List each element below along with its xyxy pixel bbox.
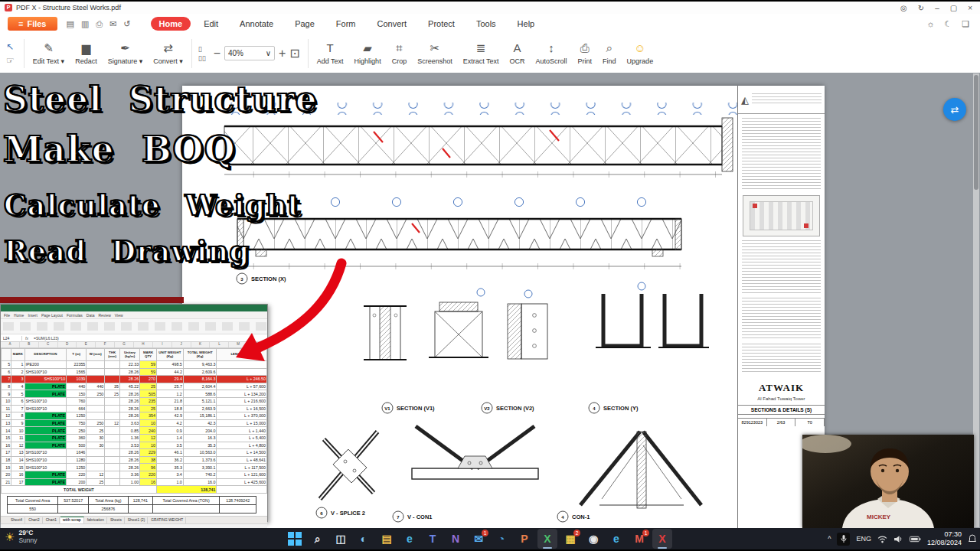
zoom-level-select[interactable]: 40% ∨ — [224, 46, 275, 60]
wifi-icon[interactable] — [877, 535, 887, 543]
tool-upgrade[interactable]: ☺Upgrade — [622, 40, 659, 67]
mail-icon[interactable]: ✉ — [109, 19, 116, 29]
night-mode-icon[interactable]: ☾ — [944, 19, 952, 29]
volume-icon[interactable] — [893, 535, 903, 543]
tab-help[interactable]: Help — [509, 17, 544, 31]
excel-tab-home[interactable]: Home — [14, 313, 24, 318]
excel-tab-file[interactable]: File — [4, 313, 10, 318]
open-file-icon[interactable]: ▤ — [67, 19, 74, 29]
excel-tab-review[interactable]: Review — [98, 313, 110, 318]
zoom-in-button[interactable]: + — [279, 47, 286, 60]
tool-edit-text[interactable]: ✎Edit Text ▾ — [28, 40, 70, 67]
sheet-tab-sheet4[interactable]: Sheet4 — [8, 517, 25, 523]
sheet-tab-fabrication[interactable]: fabrication — [85, 517, 107, 523]
sheet-tab-chart1[interactable]: Chart1 — [44, 517, 60, 523]
tab-page[interactable]: Page — [286, 17, 323, 31]
taskbar-app-teams[interactable]: T — [423, 529, 443, 549]
weather-widget[interactable]: ☀ 29°C Sunny — [5, 530, 38, 545]
bulb-icon[interactable]: ☼ — [926, 19, 934, 29]
tool-autoscroll[interactable]: ↕AutoScroll — [531, 40, 573, 67]
taskbar-app-search[interactable]: ⌕ — [308, 529, 328, 549]
clock[interactable]: 07:30 12/08/2024 — [927, 530, 962, 548]
tab-protect[interactable]: Protect — [420, 17, 463, 31]
taskbar-app-app-red-x[interactable]: X — [652, 529, 672, 549]
mic-indicator[interactable] — [837, 533, 850, 546]
taskbar-app-power-bi[interactable]: ▦2 — [560, 529, 580, 549]
tool-redact[interactable]: ▆Redact — [70, 40, 103, 67]
hand-tool-icon[interactable]: ☞ — [6, 55, 15, 66]
taskbar-app-edge-2[interactable]: e — [606, 529, 626, 549]
sheet-tab-sheet1-2-[interactable]: Sheet1 (2) — [126, 517, 148, 523]
capture-icon[interactable]: ◎ — [900, 4, 907, 12]
cell: 14 — [2, 427, 11, 435]
cell — [105, 434, 120, 442]
language-switcher[interactable]: ENG — [856, 535, 871, 543]
taskbar-app-file-explorer[interactable]: ▤ — [377, 529, 397, 549]
grid-bubble — [477, 289, 485, 296]
cell: L + 16,500 — [217, 405, 267, 412]
tool-ocr[interactable]: AOCR — [505, 40, 531, 67]
cell: 11 — [11, 434, 24, 442]
minimize-button[interactable]: – — [935, 4, 939, 12]
tab-annotate[interactable]: Annotate — [231, 17, 282, 31]
tab-tools[interactable]: Tools — [468, 17, 505, 31]
excel-tab-view[interactable]: View — [115, 313, 123, 318]
excel-tab-insert[interactable]: Insert — [28, 313, 38, 318]
taskbar-app-powerpoint[interactable]: P — [514, 529, 534, 549]
tool-crop[interactable]: ⌗Crop — [387, 40, 413, 67]
excel-tab-formulas[interactable]: Formulas — [67, 313, 83, 318]
tool-find[interactable]: ⌕Find — [597, 40, 622, 67]
sheet-tab-sheets[interactable]: Sheets — [108, 517, 125, 523]
tab-edit[interactable]: Edit — [195, 17, 227, 31]
tool-signature[interactable]: ✒Signature ▾ — [103, 40, 149, 67]
taskbar-app-chrome[interactable]: ◉ — [583, 529, 603, 549]
undo-icon[interactable]: ↺ — [123, 19, 130, 29]
maximize-button[interactable]: ▢ — [950, 4, 957, 12]
taskbar-app-copilot[interactable]: ◐ — [354, 529, 374, 549]
zoom-out-button[interactable]: − — [214, 47, 220, 60]
hidden-icons-chevron[interactable]: ^ — [828, 535, 831, 543]
save-icon[interactable]: ▥ — [81, 19, 89, 29]
tool-highlight[interactable]: ▰Highlight — [349, 40, 387, 67]
taskbar-app-task-view[interactable]: ◫ — [331, 529, 351, 549]
sheet-tab-grating-weight[interactable]: GRATING WEIGHT — [149, 517, 186, 523]
tab-form[interactable]: Form — [328, 17, 364, 31]
tool-print[interactable]: ⎙Print — [573, 40, 598, 67]
taskbar-app-start[interactable] — [285, 529, 305, 549]
tool-extract-text[interactable]: ≣Extract Text — [458, 40, 505, 67]
tool-screenshot[interactable]: ✂Screenshot — [412, 40, 458, 67]
tool-add-text[interactable]: TAdd Text — [312, 40, 349, 67]
ribbon-toolbar: ↖ ☞ ✎Edit Text ▾▆Redact✒Signature ▾⇄Conv… — [0, 34, 980, 73]
cell: L + 216,600 — [217, 397, 267, 405]
close-button[interactable]: × — [968, 4, 972, 12]
vertical-scrollbar[interactable] — [973, 73, 979, 527]
tab-convert[interactable]: Convert — [369, 17, 416, 31]
name-box[interactable]: L24 — [1, 336, 22, 341]
floating-translate-button[interactable]: ⇄ — [943, 98, 966, 121]
single-page-icon[interactable]: ▯ — [198, 45, 206, 53]
refresh-icon[interactable]: ↻ — [918, 4, 924, 12]
taskbar-app-edge[interactable]: e — [400, 529, 420, 549]
fit-page-icon[interactable]: ⊡ — [289, 46, 299, 60]
taskbar-app-gmail[interactable]: M1 — [629, 529, 649, 549]
facing-pages-icon[interactable]: ▯▯ — [198, 54, 206, 62]
tool-convert[interactable]: ⇄Convert ▾ — [148, 40, 188, 67]
tab-home[interactable]: Home — [151, 17, 191, 31]
layout-icon[interactable]: ❏ — [962, 19, 969, 29]
taskbar-app-onenote[interactable]: N — [446, 529, 466, 549]
taskbar-app-excel[interactable]: X — [537, 529, 557, 549]
battery-icon[interactable] — [910, 536, 921, 543]
sheet-tab-chart2[interactable]: Chart2 — [26, 517, 42, 523]
taskbar-app-outlook[interactable]: ✉1 — [469, 529, 488, 549]
sheet-tab-with-scrap[interactable]: with scrap — [60, 517, 84, 523]
excel-tab-page-layout[interactable]: Page Layout — [41, 313, 63, 318]
mic-icon — [840, 534, 848, 543]
print-quick-icon[interactable]: ⎙ — [96, 19, 103, 29]
taskbar-app-onedrive[interactable]: ◔ — [492, 529, 511, 549]
cell — [105, 397, 120, 405]
select-cursor-icon[interactable]: ↖ — [6, 41, 15, 52]
scrollbar-thumb[interactable] — [974, 75, 978, 190]
files-button[interactable]: ≡ Files — [8, 17, 57, 31]
excel-tab-data[interactable]: Data — [87, 313, 95, 318]
notification-bell-icon[interactable] — [968, 534, 977, 543]
